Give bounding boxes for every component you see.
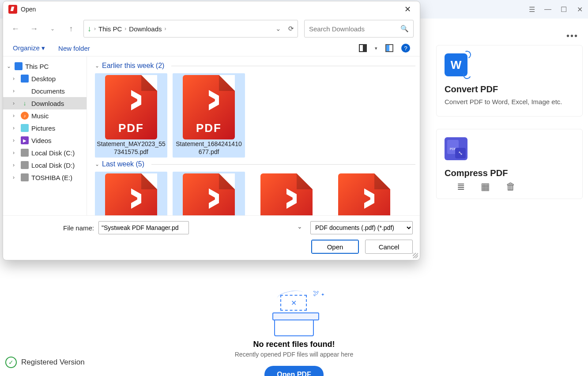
maximize-button[interactable]: ☐ xyxy=(560,5,568,14)
crumb-downloads[interactable]: Downloads xyxy=(129,25,162,33)
search-input[interactable] xyxy=(309,25,400,33)
recent-title: No recent files found! xyxy=(201,340,387,349)
file-tile[interactable]: PDFStatement_1684241410677.pdf xyxy=(173,73,245,158)
convert-title: Convert PDF xyxy=(445,84,574,94)
refresh-icon[interactable]: ⟳ xyxy=(288,25,294,33)
convert-desc: Convert PDF to Word, Excel, Image etc. xyxy=(445,97,574,106)
tree-item-local-disk-d-[interactable]: ›Local Disk (D:) xyxy=(3,159,87,171)
word-icon: W xyxy=(445,53,467,76)
view-mode-icon[interactable] xyxy=(359,44,367,52)
dialog-close-icon[interactable]: ✕ xyxy=(401,3,415,16)
more-icon[interactable]: ••• xyxy=(566,31,578,41)
crumb-this-pc[interactable]: This PC xyxy=(98,25,122,33)
up-button[interactable]: ↑ xyxy=(65,23,77,35)
minimize-button[interactable]: — xyxy=(544,5,552,13)
new-folder-button[interactable]: New folder xyxy=(58,45,90,52)
file-name-input[interactable] xyxy=(98,221,189,234)
search-box[interactable]: 🔍 xyxy=(304,20,414,38)
file-tile[interactable]: PDFStatement_MAY2023_557341575.pdf xyxy=(95,73,167,158)
recent-subtitle: Recently opened PDF files will appear he… xyxy=(201,351,387,358)
app-menu-icon[interactable]: ☰ xyxy=(528,5,536,14)
file-group-header[interactable]: ⌄Earlier this week (2) xyxy=(95,62,415,70)
file-tile[interactable]: PDF xyxy=(95,172,167,215)
open-pdf-button[interactable]: Open PDF xyxy=(264,366,323,376)
empty-illustration: 🕊 ✦ ✕ xyxy=(270,292,318,336)
view-mode-dropdown[interactable]: ▾ xyxy=(375,45,377,51)
forward-button[interactable]: → xyxy=(28,23,40,35)
dialog-app-icon xyxy=(8,5,17,14)
file-tile[interactable]: PDF xyxy=(173,172,245,215)
grid-view-icon[interactable]: ▦ xyxy=(481,181,490,192)
tree-item-toshiba-e-[interactable]: ›TOSHIBA (E:) xyxy=(3,171,87,184)
tree-item-downloads[interactable]: ›↓Downloads xyxy=(3,97,87,109)
file-name-label: File name: xyxy=(63,224,94,232)
file-type-select[interactable]: PDF documents (.pdf) (*.pdf) xyxy=(310,221,413,234)
cancel-button[interactable]: Cancel xyxy=(365,240,413,254)
organize-menu[interactable]: Organize ▾ xyxy=(13,44,45,52)
tree-item-local-disk-c-[interactable]: ›Local Disk (C:) xyxy=(3,147,87,159)
remove-view-icon[interactable]: 🗑 xyxy=(506,181,516,192)
file-tile[interactable]: PDF xyxy=(250,172,323,215)
dialog-title: Open xyxy=(21,6,36,13)
open-button[interactable]: Open xyxy=(311,240,359,254)
resize-grip[interactable] xyxy=(413,253,418,258)
file-group-header[interactable]: ⌄Last week (5) xyxy=(95,160,415,168)
tree-item-this-pc[interactable]: ⌄This PC xyxy=(3,60,87,72)
open-dialog: Open ✕ ← → ⌄ ↑ ↓ › This PC › Downloads ›… xyxy=(3,1,420,260)
address-dropdown[interactable]: ⌄ xyxy=(275,25,281,33)
tree-item-pictures[interactable]: ›Pictures xyxy=(3,122,87,134)
registered-badge: ✓ Registered Version xyxy=(5,357,85,368)
back-button[interactable]: ← xyxy=(9,23,22,35)
registered-label: Registered Version xyxy=(21,358,85,367)
compress-icon: PDF ⤡ xyxy=(445,137,467,160)
check-icon: ✓ xyxy=(5,357,17,368)
tree-item-desktop[interactable]: ›Desktop xyxy=(3,72,87,85)
close-button[interactable]: ✕ xyxy=(576,5,584,14)
search-icon[interactable]: 🔍 xyxy=(400,25,409,33)
list-view-icon[interactable]: ≣ xyxy=(457,181,465,192)
preview-pane-icon[interactable] xyxy=(385,44,393,52)
compress-pdf-card[interactable]: PDF ⤡ Compress PDF ≣ ▦ 🗑 xyxy=(436,129,583,199)
help-icon[interactable]: ? xyxy=(401,44,410,53)
convert-pdf-card[interactable]: W Convert PDF Convert PDF to Word, Excel… xyxy=(436,45,583,117)
address-bar[interactable]: ↓ › This PC › Downloads › ⌄ ⟳ xyxy=(83,20,298,38)
download-icon: ↓ xyxy=(87,24,91,34)
compress-title: Compress PDF xyxy=(445,168,574,178)
folder-tree[interactable]: ⌄This PC›Desktop›Documents›↓Downloads›♪M… xyxy=(3,56,87,215)
history-dropdown[interactable]: ⌄ xyxy=(46,23,59,35)
tree-item-music[interactable]: ›♪Music xyxy=(3,109,87,122)
tree-item-videos[interactable]: ›▶Videos xyxy=(3,134,87,147)
file-area[interactable]: ⌄Earlier this week (2)PDFStatement_MAY20… xyxy=(87,56,420,215)
side-panel: W Convert PDF Convert PDF to Word, Excel… xyxy=(436,45,583,211)
tree-item-documents[interactable]: ›Documents xyxy=(3,85,87,97)
recent-area: 🕊 ✦ ✕ No recent files found! Recently op… xyxy=(201,292,387,376)
file-tile[interactable]: PDF xyxy=(328,172,400,215)
